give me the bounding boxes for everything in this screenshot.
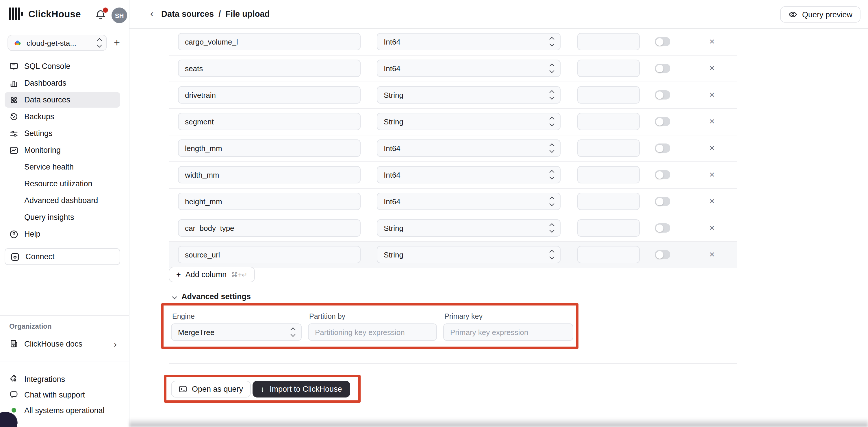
column-default-input[interactable] [577, 246, 640, 263]
remove-column-button[interactable]: × [705, 194, 719, 208]
help-icon [9, 229, 19, 239]
breadcrumb-separator: / [218, 9, 221, 19]
column-default-input[interactable] [577, 139, 640, 157]
sidebar-item-chat-with-support[interactable]: Chat with support [0, 387, 129, 403]
remove-column-button[interactable]: × [705, 88, 719, 102]
remove-column-button[interactable]: × [705, 141, 719, 155]
open-as-query-label: Open as query [192, 385, 243, 394]
nullable-toggle[interactable] [655, 64, 670, 73]
advanced-settings-label: Advanced settings [182, 292, 251, 301]
nullable-toggle[interactable] [655, 37, 670, 46]
sidebar-item-backups[interactable]: Backups [0, 108, 129, 125]
column-type-value: String [384, 250, 403, 259]
column-type-value: String [384, 90, 403, 99]
nullable-toggle[interactable] [655, 250, 670, 259]
column-type-select[interactable]: Int64 [377, 33, 561, 50]
breadcrumb-data-sources[interactable]: Data sources [161, 9, 214, 19]
remove-column-button[interactable]: × [705, 35, 719, 49]
system-status[interactable]: All systems operational [0, 402, 129, 418]
backups-icon [9, 112, 19, 121]
remove-column-button[interactable]: × [705, 168, 719, 182]
partition-by-input[interactable] [308, 323, 437, 341]
column-name-input[interactable] [178, 246, 361, 263]
sidebar-item-query-insights[interactable]: Query insights [0, 209, 129, 226]
add-column-button[interactable]: + Add column ⌘+↵ [169, 267, 255, 282]
column-default-input[interactable] [577, 60, 640, 77]
organization-section-label: Organization [9, 322, 52, 331]
import-to-clickhouse-button[interactable]: ↓ Import to ClickHouse [252, 381, 350, 398]
download-arrow-icon: ↓ [260, 385, 265, 394]
column-type-select[interactable]: Int64 [377, 193, 561, 210]
column-type-value: Int64 [384, 144, 401, 152]
sidebar-item-clickhouse-docs[interactable]: ClickHouse docs › [0, 336, 129, 352]
sidebar-item-sql-console[interactable]: SQL Console [0, 58, 129, 75]
select-updown-icon [550, 64, 554, 72]
back-chevron-icon[interactable]: ‹ [150, 8, 153, 20]
column-default-input[interactable] [577, 33, 640, 50]
sidebar-item-advanced-dashboard[interactable]: Advanced dashboard [0, 192, 129, 209]
sidebar-item-resource-utilization[interactable]: Resource utilization [0, 175, 129, 192]
advanced-settings-highlight-box: Engine MergeTree Partition by Primary ke… [161, 303, 579, 349]
sidebar-item-label: Resource utilization [24, 179, 92, 188]
table-row: Int64× [169, 188, 737, 215]
nullable-toggle[interactable] [655, 117, 670, 126]
clickhouse-logo[interactable]: ClickHouse [9, 7, 81, 20]
sidebar-item-label: Advanced dashboard [24, 196, 98, 205]
sidebar-nav: SQL ConsoleDashboardsData sourcesBackups… [0, 58, 129, 243]
nullable-toggle[interactable] [655, 223, 670, 233]
avatar[interactable]: SH [112, 7, 127, 23]
column-name-input[interactable] [178, 60, 361, 77]
sidebar-item-settings[interactable]: Settings [0, 125, 129, 142]
column-default-input[interactable] [577, 219, 640, 237]
remove-column-button[interactable]: × [705, 221, 719, 235]
sidebar-item-data-sources[interactable]: Data sources [0, 91, 129, 108]
nullable-toggle[interactable] [655, 170, 670, 179]
nullable-toggle[interactable] [655, 90, 670, 99]
column-name-input[interactable] [178, 33, 361, 50]
sidebar-item-integrations[interactable]: Integrations [0, 371, 129, 387]
sidebar-item-label: SQL Console [24, 62, 70, 70]
query-preview-button[interactable]: Query preview [780, 6, 861, 23]
sidebar-item-monitoring[interactable]: Monitoring [0, 142, 129, 159]
column-default-input[interactable] [577, 193, 640, 210]
nullable-toggle[interactable] [655, 143, 670, 153]
column-name-input[interactable] [178, 219, 361, 237]
column-type-select[interactable]: String [377, 113, 561, 130]
connect-button[interactable]: Connect [5, 248, 120, 265]
nullable-toggle[interactable] [655, 197, 670, 206]
column-type-select[interactable]: Int64 [377, 139, 561, 157]
column-name-input[interactable] [178, 139, 361, 157]
engine-select[interactable]: MergeTree [171, 323, 302, 341]
selector-updown-icon [98, 39, 101, 47]
sidebar-item-label: Dashboards [24, 79, 66, 87]
primary-key-input[interactable] [443, 323, 573, 341]
column-name-input[interactable] [178, 166, 361, 183]
column-name-input[interactable] [178, 86, 361, 104]
sidebar-item-service-health[interactable]: Service health [0, 159, 129, 175]
remove-column-button[interactable]: × [705, 248, 719, 261]
sidebar-item-dashboards[interactable]: Dashboards [0, 75, 129, 91]
chevron-down-icon [172, 294, 177, 299]
column-default-input[interactable] [577, 166, 640, 183]
query-preview-label: Query preview [802, 10, 852, 19]
select-updown-icon [550, 117, 554, 125]
toggle-knob [656, 198, 663, 205]
column-type-select[interactable]: String [377, 219, 561, 237]
column-name-input[interactable] [178, 193, 361, 210]
remove-column-button[interactable]: × [705, 115, 719, 129]
column-type-select[interactable]: Int64 [377, 60, 561, 77]
advanced-settings-toggle[interactable]: Advanced settings [173, 292, 251, 301]
column-type-select[interactable]: String [377, 86, 561, 104]
service-selector[interactable]: cloud-get-sta... [7, 35, 107, 51]
add-service-button[interactable]: + [114, 36, 120, 50]
breadcrumb-file-upload: File upload [225, 9, 270, 19]
column-type-select[interactable]: String [377, 246, 561, 263]
remove-column-button[interactable]: × [705, 61, 719, 75]
sidebar-item-help[interactable]: Help [0, 226, 129, 243]
column-type-select[interactable]: Int64 [377, 166, 561, 183]
open-as-query-button[interactable]: Open as query [171, 381, 250, 398]
column-default-input[interactable] [577, 86, 640, 104]
column-default-input[interactable] [577, 113, 640, 130]
column-name-input[interactable] [178, 113, 361, 130]
table-row: String× [169, 241, 737, 268]
